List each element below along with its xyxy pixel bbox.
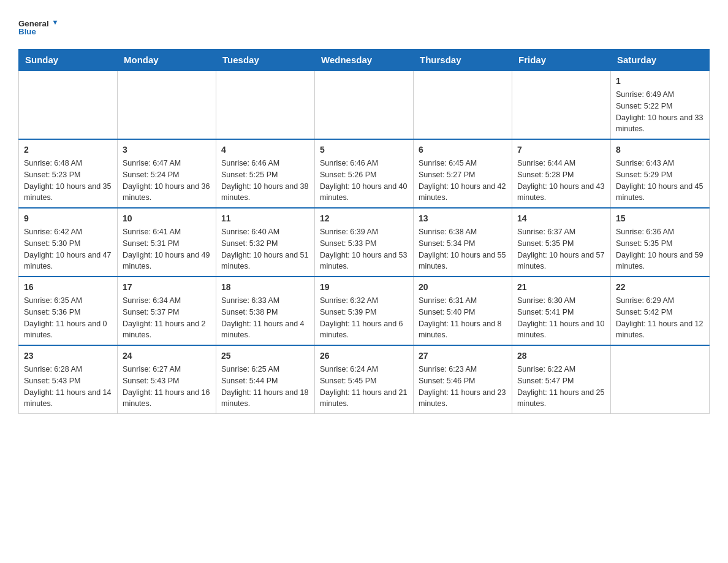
day-info: Sunrise: 6:44 AM — [517, 158, 605, 169]
day-info: Sunset: 5:45 PM — [320, 375, 408, 387]
day-number: 13 — [419, 212, 507, 225]
page-header: General Blue — [18, 12, 710, 43]
day-info: Daylight: 10 hours and 43 minutes. — [517, 181, 605, 204]
day-number: 11 — [221, 212, 309, 225]
day-info: Sunrise: 6:43 AM — [616, 158, 704, 169]
day-info: Sunset: 5:44 PM — [221, 375, 309, 387]
day-info: Sunset: 5:35 PM — [517, 238, 605, 250]
day-info: Sunset: 5:43 PM — [24, 375, 112, 387]
day-number: 18 — [221, 281, 309, 294]
logo: General Blue — [18, 12, 67, 43]
day-number: 23 — [24, 350, 112, 362]
day-number: 28 — [517, 350, 605, 362]
calendar-cell: 28Sunrise: 6:22 AMSunset: 5:47 PMDayligh… — [512, 345, 611, 414]
day-info: Sunrise: 6:29 AM — [616, 295, 704, 307]
day-number: 17 — [123, 281, 211, 294]
svg-marker-1 — [53, 21, 58, 25]
day-info: Sunrise: 6:48 AM — [24, 158, 112, 169]
day-info: Sunset: 5:22 PM — [616, 101, 704, 112]
calendar-col-sunday: Sunday — [19, 50, 118, 71]
day-info: Daylight: 11 hours and 0 minutes. — [24, 318, 112, 342]
day-number: 19 — [320, 281, 408, 294]
day-info: Daylight: 11 hours and 18 minutes. — [221, 387, 309, 410]
day-number: 6 — [419, 144, 507, 156]
day-info: Sunset: 5:23 PM — [24, 169, 112, 181]
day-info: Sunrise: 6:38 AM — [419, 226, 507, 238]
day-info: Sunrise: 6:41 AM — [123, 226, 211, 238]
day-info: Daylight: 10 hours and 40 minutes. — [320, 181, 408, 204]
day-info: Daylight: 10 hours and 42 minutes. — [419, 181, 507, 204]
calendar-cell — [414, 71, 512, 139]
day-info: Daylight: 11 hours and 12 minutes. — [616, 318, 704, 342]
day-info: Daylight: 11 hours and 2 minutes. — [123, 318, 211, 342]
day-info: Sunset: 5:32 PM — [221, 238, 309, 250]
day-info: Sunset: 5:37 PM — [123, 307, 211, 318]
day-info: Sunrise: 6:23 AM — [419, 364, 507, 375]
day-info: Sunrise: 6:45 AM — [419, 158, 507, 169]
calendar-cell: 26Sunrise: 6:24 AMSunset: 5:45 PMDayligh… — [315, 345, 414, 414]
day-info: Sunset: 5:36 PM — [24, 307, 112, 318]
day-number: 21 — [517, 281, 605, 294]
day-info: Sunset: 5:27 PM — [419, 169, 507, 181]
calendar-header-row: SundayMondayTuesdayWednesdayThursdayFrid… — [19, 50, 710, 71]
calendar-cell — [315, 71, 414, 139]
day-number: 2 — [24, 144, 112, 156]
calendar-cell: 9Sunrise: 6:42 AMSunset: 5:30 PMDaylight… — [19, 208, 118, 277]
day-info: Sunrise: 6:42 AM — [24, 226, 112, 238]
day-info: Sunset: 5:31 PM — [123, 238, 211, 250]
day-info: Sunrise: 6:40 AM — [221, 226, 309, 238]
day-info: Daylight: 10 hours and 38 minutes. — [221, 181, 309, 204]
day-info: Daylight: 10 hours and 47 minutes. — [24, 250, 112, 273]
day-info: Sunrise: 6:37 AM — [517, 226, 605, 238]
day-info: Sunset: 5:39 PM — [320, 307, 408, 318]
calendar-col-monday: Monday — [118, 50, 216, 71]
day-info: Sunrise: 6:25 AM — [221, 364, 309, 375]
calendar-cell: 17Sunrise: 6:34 AMSunset: 5:37 PMDayligh… — [118, 277, 216, 345]
day-info: Sunset: 5:34 PM — [419, 238, 507, 250]
calendar-cell — [611, 345, 710, 414]
day-number: 25 — [221, 350, 309, 362]
calendar-cell: 11Sunrise: 6:40 AMSunset: 5:32 PMDayligh… — [216, 208, 315, 277]
day-info: Daylight: 10 hours and 35 minutes. — [24, 181, 112, 204]
calendar-col-friday: Friday — [512, 50, 611, 71]
day-info: Daylight: 10 hours and 53 minutes. — [320, 250, 408, 273]
day-info: Sunrise: 6:34 AM — [123, 295, 211, 307]
day-info: Daylight: 11 hours and 23 minutes. — [419, 387, 507, 410]
day-info: Daylight: 11 hours and 10 minutes. — [517, 318, 605, 342]
calendar-cell: 13Sunrise: 6:38 AMSunset: 5:34 PMDayligh… — [414, 208, 512, 277]
day-number: 9 — [24, 212, 112, 225]
day-info: Sunset: 5:30 PM — [24, 238, 112, 250]
day-info: Sunset: 5:24 PM — [123, 169, 211, 181]
day-info: Sunset: 5:43 PM — [123, 375, 211, 387]
day-number: 14 — [517, 212, 605, 225]
day-info: Daylight: 10 hours and 49 minutes. — [123, 250, 211, 273]
day-info: Daylight: 10 hours and 45 minutes. — [616, 181, 704, 204]
calendar-week-row: 9Sunrise: 6:42 AMSunset: 5:30 PMDaylight… — [19, 208, 710, 277]
day-number: 7 — [517, 144, 605, 156]
day-number: 12 — [320, 212, 408, 225]
calendar-week-row: 1Sunrise: 6:49 AMSunset: 5:22 PMDaylight… — [19, 71, 710, 139]
calendar-table: SundayMondayTuesdayWednesdayThursdayFrid… — [18, 49, 710, 414]
day-info: Daylight: 10 hours and 51 minutes. — [221, 250, 309, 273]
day-info: Sunset: 5:40 PM — [419, 307, 507, 318]
day-info: Daylight: 10 hours and 57 minutes. — [517, 250, 605, 273]
calendar-col-saturday: Saturday — [611, 50, 710, 71]
day-info: Sunrise: 6:33 AM — [221, 295, 309, 307]
day-number: 16 — [24, 281, 112, 294]
day-number: 10 — [123, 212, 211, 225]
day-number: 5 — [320, 144, 408, 156]
day-info: Sunset: 5:47 PM — [517, 375, 605, 387]
calendar-cell: 6Sunrise: 6:45 AMSunset: 5:27 PMDaylight… — [414, 139, 512, 208]
calendar-cell: 24Sunrise: 6:27 AMSunset: 5:43 PMDayligh… — [118, 345, 216, 414]
day-number: 3 — [123, 144, 211, 156]
calendar-week-row: 16Sunrise: 6:35 AMSunset: 5:36 PMDayligh… — [19, 277, 710, 345]
calendar-cell: 8Sunrise: 6:43 AMSunset: 5:29 PMDaylight… — [611, 139, 710, 208]
calendar-cell: 20Sunrise: 6:31 AMSunset: 5:40 PMDayligh… — [414, 277, 512, 345]
calendar-cell — [512, 71, 611, 139]
day-number: 24 — [123, 350, 211, 362]
calendar-cell: 1Sunrise: 6:49 AMSunset: 5:22 PMDaylight… — [611, 71, 710, 139]
day-info: Sunset: 5:26 PM — [320, 169, 408, 181]
day-info: Daylight: 11 hours and 8 minutes. — [419, 318, 507, 342]
day-number: 8 — [616, 144, 704, 156]
calendar-cell: 3Sunrise: 6:47 AMSunset: 5:24 PMDaylight… — [118, 139, 216, 208]
